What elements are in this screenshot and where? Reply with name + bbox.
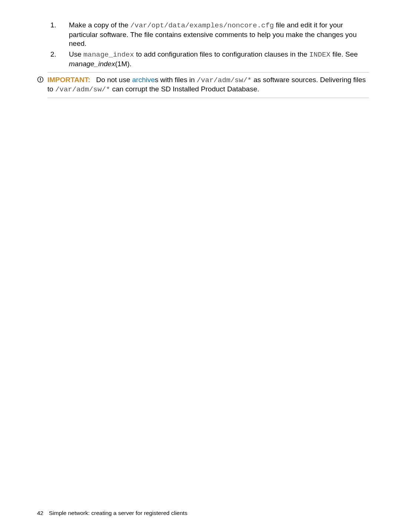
important-callout: IMPORTANT: Do not use archives with file… (37, 75, 369, 94)
numbered-list: 1. Make a copy of the /var/opt/data/exam… (37, 21, 369, 68)
important-label: IMPORTANT: (47, 76, 90, 84)
code-path: /var/opt/data/examples/noncore.cfg (130, 21, 274, 30)
divider (47, 98, 369, 98)
text-run: can corrupt the SD Installed Product Dat… (110, 85, 259, 93)
text-run: s with files in (155, 76, 197, 84)
divider (47, 72, 369, 73)
list-text: Make a copy of the /var/opt/data/example… (67, 21, 369, 48)
manpage-section: (1M). (115, 60, 131, 68)
page: 1. Make a copy of the /var/opt/data/exam… (0, 0, 400, 532)
svg-rect-1 (40, 78, 41, 80)
code-file: INDEX (309, 51, 330, 59)
content-area: 1. Make a copy of the /var/opt/data/exam… (37, 21, 369, 101)
list-item: 2. Use manage_index to add configuration… (37, 50, 369, 68)
text-run: Use (69, 50, 83, 58)
text-run: Make a copy of the (69, 21, 130, 29)
text-run: Do not use (96, 76, 132, 84)
callout-icon-col (37, 75, 47, 85)
page-number: 42 (37, 510, 49, 516)
code-command: manage_index (83, 51, 134, 59)
code-path: /var/adm/sw/* (197, 76, 251, 84)
manpage-ref: manage_index (69, 60, 115, 68)
archive-link[interactable]: archive (132, 76, 155, 84)
code-path: /var/adm/sw/* (55, 85, 110, 94)
footer-title: Simple network: creating a server for re… (49, 510, 187, 516)
svg-rect-2 (40, 81, 41, 81)
list-number: 2. (37, 50, 67, 59)
info-icon (37, 76, 44, 83)
list-text: Use manage_index to add configuration fi… (67, 50, 369, 68)
list-number: 1. (37, 21, 67, 30)
page-footer: 42Simple network: creating a server for … (37, 510, 187, 516)
text-run: to add configuration files to configurat… (134, 50, 309, 58)
list-item: 1. Make a copy of the /var/opt/data/exam… (37, 21, 369, 48)
text-run: file. See (330, 50, 358, 58)
callout-body: IMPORTANT: Do not use archives with file… (47, 75, 369, 94)
